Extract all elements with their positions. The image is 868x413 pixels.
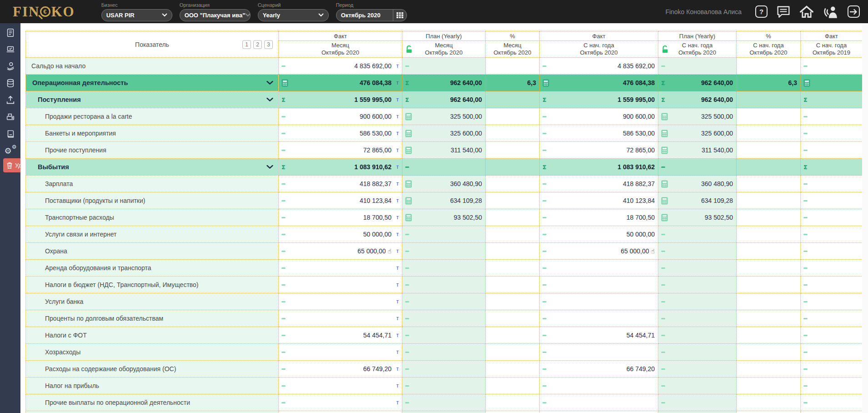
value-cell[interactable] [801, 411, 863, 413]
value-cell[interactable] [737, 293, 801, 310]
value-cell[interactable] [402, 411, 486, 413]
value-cell[interactable] [402, 277, 486, 293]
value-cell[interactable] [486, 142, 540, 159]
value-cell[interactable] [737, 108, 801, 125]
delete-button[interactable]: Уд [3, 158, 20, 172]
value-cell[interactable] [801, 209, 863, 226]
value-cell[interactable] [801, 226, 863, 243]
unlock-icon[interactable] [406, 45, 412, 53]
value-cell[interactable]: 476 084,38 [540, 411, 658, 413]
value-cell[interactable] [486, 108, 540, 125]
value-cell[interactable] [737, 394, 801, 411]
value-cell[interactable] [540, 344, 658, 361]
value-cell[interactable] [540, 310, 658, 327]
value-cell[interactable]: 65 000,00☝т [279, 243, 402, 260]
value-cell[interactable] [540, 260, 658, 277]
value-cell[interactable] [658, 378, 737, 394]
value-cell[interactable]: 50 000,00 [540, 226, 658, 243]
value-cell[interactable]: Σ1 559 995,00 [540, 91, 658, 108]
value-cell[interactable] [737, 344, 801, 361]
value-cell[interactable]: 634 109,28 [402, 192, 486, 209]
value-cell[interactable]: 418 882,37 [540, 176, 658, 192]
row-label[interactable]: Операционная деятельность [26, 75, 279, 91]
value-cell[interactable] [486, 209, 540, 226]
organization-select[interactable]: ООО "Плакучая ива" [180, 9, 251, 21]
value-cell[interactable]: 54 454,71т [279, 327, 402, 344]
value-cell[interactable] [540, 293, 658, 310]
finoko-logo[interactable]: FIN€KO [13, 4, 75, 20]
value-cell[interactable] [486, 91, 540, 108]
value-cell[interactable]: т [279, 378, 402, 394]
value-cell[interactable] [486, 260, 540, 277]
value-cell[interactable]: 18 700,50т [279, 209, 402, 226]
home-icon[interactable] [799, 5, 814, 18]
value-cell[interactable] [402, 394, 486, 411]
value-cell[interactable]: 6,3 [486, 75, 540, 91]
value-cell[interactable]: т [279, 394, 402, 411]
value-cell[interactable]: 325 500,00 [658, 108, 737, 125]
value-cell[interactable] [486, 277, 540, 293]
support-icon[interactable] [823, 5, 838, 19]
database-icon[interactable] [5, 78, 16, 89]
value-cell[interactable] [801, 277, 863, 293]
value-cell[interactable] [540, 394, 658, 411]
value-cell[interactable]: 325 600,00 [402, 125, 486, 142]
value-cell[interactable]: 72 865,00 [540, 142, 658, 159]
value-cell[interactable] [737, 226, 801, 243]
value-cell[interactable] [658, 394, 737, 411]
value-cell[interactable] [486, 344, 540, 361]
value-cell[interactable]: 900 600,00 [540, 108, 658, 125]
value-cell[interactable] [658, 411, 737, 413]
value-cell[interactable] [658, 243, 737, 260]
value-cell[interactable] [658, 260, 737, 277]
value-cell[interactable] [801, 58, 863, 75]
logout-icon[interactable] [848, 5, 860, 18]
value-cell[interactable]: т [279, 310, 402, 327]
scrollbar-track[interactable] [862, 23, 868, 413]
value-cell[interactable] [486, 327, 540, 344]
value-cell[interactable] [801, 327, 863, 344]
value-cell[interactable] [737, 378, 801, 394]
upload-icon[interactable] [5, 95, 16, 106]
value-cell[interactable]: Σ [801, 159, 863, 176]
value-cell[interactable] [540, 277, 658, 293]
value-cell[interactable] [486, 361, 540, 378]
value-cell[interactable]: 65 000,00☝ [540, 243, 658, 260]
value-cell[interactable]: 410 123,84 [540, 192, 658, 209]
value-cell[interactable] [737, 58, 801, 75]
value-cell[interactable] [737, 327, 801, 344]
value-cell[interactable] [402, 260, 486, 277]
value-cell[interactable] [486, 293, 540, 310]
value-cell[interactable]: 586 530,00 [540, 125, 658, 142]
value-cell[interactable]: 66 749,20т [279, 361, 402, 378]
value-cell[interactable] [737, 91, 801, 108]
value-cell[interactable] [801, 243, 863, 260]
value-cell[interactable]: Σ962 640,00 [402, 75, 486, 91]
value-cell[interactable] [737, 176, 801, 192]
value-cell[interactable]: 360 480,90 [658, 176, 737, 192]
value-cell[interactable] [801, 142, 863, 159]
value-cell[interactable] [402, 243, 486, 260]
value-cell[interactable]: 50 000,00т [279, 226, 402, 243]
collapse-chevron-icon[interactable] [266, 81, 273, 85]
value-cell[interactable] [486, 125, 540, 142]
value-cell[interactable] [402, 293, 486, 310]
value-cell[interactable] [801, 108, 863, 125]
level-button-1[interactable]: 1 [242, 40, 251, 49]
value-cell[interactable] [402, 310, 486, 327]
value-cell[interactable]: 476 084,38т [279, 411, 402, 413]
value-cell[interactable] [737, 361, 801, 378]
value-cell[interactable] [801, 310, 863, 327]
value-cell[interactable] [658, 226, 737, 243]
value-cell[interactable] [737, 310, 801, 327]
value-cell[interactable] [486, 378, 540, 394]
value-cell[interactable] [486, 394, 540, 411]
value-cell[interactable] [658, 159, 737, 176]
value-cell[interactable]: 18 700,50 [540, 209, 658, 226]
collapse-chevron-icon[interactable] [266, 165, 273, 169]
laptop-check-icon[interactable] [5, 44, 16, 55]
value-cell[interactable]: 4 835 692,00т [279, 58, 402, 75]
value-cell[interactable]: 54 454,71 [540, 327, 658, 344]
value-cell[interactable] [486, 411, 540, 413]
value-cell[interactable]: 66 749,20 [540, 361, 658, 378]
